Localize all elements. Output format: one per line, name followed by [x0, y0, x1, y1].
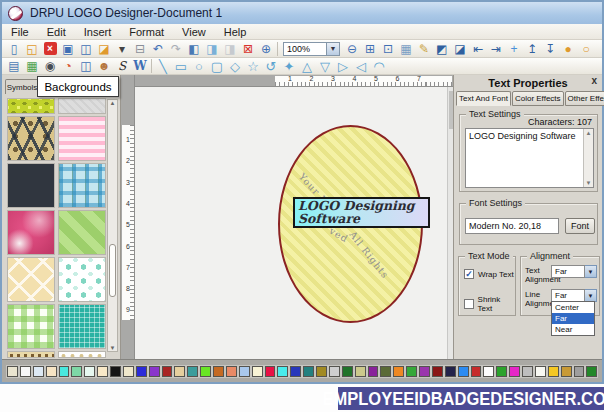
diamond-tool-icon[interactable]: ◇ [226, 58, 244, 74]
palette-color-swatch[interactable] [290, 366, 301, 377]
palette-color-swatch[interactable] [187, 366, 198, 377]
palette-color-swatch[interactable] [380, 366, 391, 377]
dropdown-caret-icon[interactable]: ▾ [113, 41, 131, 57]
background-swatch-plain-gray[interactable] [58, 98, 106, 114]
palette-color-swatch[interactable] [33, 366, 44, 377]
open-folder-icon[interactable]: ◱ [23, 41, 41, 57]
users-icon[interactable]: ☻ [95, 58, 113, 74]
center-object-icon[interactable]: + [505, 41, 523, 57]
insert-picture-icon[interactable]: ▦ [23, 58, 41, 74]
lock-icon[interactable]: ● [559, 41, 577, 57]
palette-color-swatch[interactable] [149, 366, 160, 377]
zoom-out-icon[interactable]: ⊖ [343, 41, 361, 57]
menu-item-edit[interactable]: Edit [38, 24, 75, 39]
zoom-level-combo[interactable]: 100% ▼ [283, 42, 340, 56]
palette-color-swatch[interactable] [213, 366, 224, 377]
palette-color-swatch[interactable] [432, 366, 443, 377]
scroll-down-icon[interactable]: ▼ [584, 180, 593, 186]
palette-color-swatch[interactable] [471, 366, 482, 377]
left-triangle-tool-icon[interactable]: ◁ [352, 58, 370, 74]
palette-color-swatch[interactable] [162, 366, 173, 377]
background-swatch-teal-grid[interactable] [58, 304, 106, 349]
logo-text-box[interactable]: LOGO Designing Software [293, 197, 430, 228]
palette-color-swatch[interactable] [368, 366, 379, 377]
menu-item-insert[interactable]: Insert [75, 24, 121, 39]
palette-color-swatch[interactable] [239, 366, 250, 377]
save-copy-icon[interactable]: ◫ [77, 41, 95, 57]
shrink-text-checkbox[interactable] [464, 299, 474, 309]
background-swatch-pink-stripes[interactable] [58, 116, 106, 161]
redo-icon[interactable]: ↷ [167, 41, 185, 57]
palette-color-swatch[interactable] [252, 366, 263, 377]
background-swatch-geometric[interactable] [7, 116, 55, 161]
ellipse-tool-icon[interactable]: ○ [190, 58, 208, 74]
palette-color-swatch[interactable] [71, 366, 82, 377]
palette-color-swatch[interactable] [445, 366, 456, 377]
palette-color-swatch[interactable] [355, 366, 366, 377]
actual-size-icon[interactable]: ⊞ [361, 41, 379, 57]
star-tool-icon[interactable]: ☆ [244, 58, 262, 74]
panel-close-icon[interactable]: x [591, 75, 597, 86]
line-alignment-option-near[interactable]: Near [552, 324, 594, 335]
bring-forward-icon[interactable]: ◪ [451, 41, 469, 57]
palette-color-swatch[interactable] [20, 366, 31, 377]
palette-color-swatch[interactable] [574, 366, 585, 377]
background-swatch-dots-yellow[interactable] [7, 98, 55, 114]
palette-color-swatch[interactable] [265, 366, 276, 377]
rounded-rect-tool-icon[interactable]: ▢ [208, 58, 226, 74]
palette-color-swatch[interactable] [123, 366, 134, 377]
import-page-icon[interactable]: ◧ [185, 41, 203, 57]
palette-color-swatch[interactable] [226, 366, 237, 377]
scroll-down-icon[interactable]: ▼ [108, 345, 117, 351]
send-backward-icon[interactable]: ◩ [433, 41, 451, 57]
panel-scrollbar[interactable]: ▲ ▼ [107, 99, 118, 352]
zoom-in-icon[interactable]: ⊕ [257, 41, 275, 57]
palette-color-swatch[interactable] [329, 366, 340, 377]
save-icon[interactable]: ▣ [59, 41, 77, 57]
palette-color-swatch[interactable] [496, 366, 507, 377]
palette-color-swatch[interactable] [277, 366, 288, 377]
design-canvas[interactable]: Your N ved All Rights LOGO Designing Sof… [135, 87, 453, 359]
palette-color-swatch[interactable] [458, 366, 469, 377]
palette-color-swatch[interactable] [97, 366, 108, 377]
palette-color-swatch[interactable] [483, 366, 494, 377]
title-bar[interactable]: DRPU LOGO Designer-Document 1 [2, 2, 602, 24]
background-swatch-white-dots[interactable] [58, 351, 106, 358]
unlock-icon[interactable]: ○ [577, 41, 595, 57]
menu-item-help[interactable]: Help [215, 24, 256, 39]
tab-other-effects[interactable]: Other Effects [565, 91, 604, 106]
close-document-icon[interactable]: × [41, 41, 59, 57]
palette-color-swatch[interactable] [586, 366, 597, 377]
palette-color-swatch[interactable] [110, 366, 121, 377]
fit-page-icon[interactable]: ⊡ [379, 41, 397, 57]
wrap-text-option[interactable]: ✓ Wrap Text [464, 269, 514, 279]
palette-color-swatch[interactable] [548, 366, 559, 377]
align-left-icon[interactable]: ⇤ [469, 41, 487, 57]
shrink-text-option[interactable]: Shrink Text [464, 295, 515, 313]
templates-folder-icon[interactable]: ◪ [95, 41, 113, 57]
palette-color-swatch[interactable] [509, 366, 520, 377]
zoom-combo-dropdown-icon[interactable]: ▼ [327, 42, 340, 56]
text-alignment-combo[interactable]: Far ▼ [551, 265, 597, 278]
copy-page-icon[interactable]: ◨ [203, 41, 221, 57]
scroll-up-icon[interactable]: ▲ [584, 130, 593, 136]
background-swatch-beads[interactable] [7, 351, 55, 358]
palette-color-swatch[interactable] [84, 366, 95, 377]
edit-card-icon[interactable]: ✎ [415, 41, 433, 57]
palette-color-swatch[interactable] [174, 366, 185, 377]
triangle-tool-icon[interactable]: △ [298, 58, 316, 74]
tab-text-and-font[interactable]: Text And Font [456, 91, 511, 106]
tab-color-effects[interactable]: Color Effects [512, 91, 564, 106]
paste-page-icon[interactable]: ◨ [221, 41, 239, 57]
font-button[interactable]: Font [565, 218, 595, 234]
camera-icon[interactable]: ◉ [41, 58, 59, 74]
concave-star-tool-icon[interactable]: ✦ [280, 58, 298, 74]
swirl-tool-icon[interactable]: ↺ [262, 58, 280, 74]
scroll-up-icon[interactable]: ▲ [108, 100, 117, 106]
background-swatch-cream-lattice[interactable] [7, 257, 55, 302]
insert-shape-icon[interactable]: ◫ [77, 58, 95, 74]
palette-color-swatch[interactable] [419, 366, 430, 377]
insert-image-icon[interactable]: ▤ [5, 58, 23, 74]
palette-color-swatch[interactable] [535, 366, 546, 377]
undo-icon[interactable]: ↶ [149, 41, 167, 57]
